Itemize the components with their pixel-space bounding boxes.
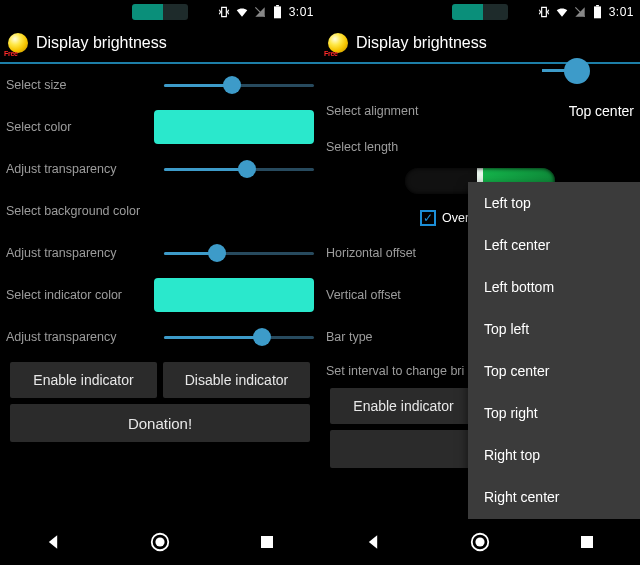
- label-length: Select length: [326, 140, 634, 155]
- row-alignment[interactable]: Select alignment Top center: [326, 90, 634, 132]
- label-trans2: Adjust transparency: [6, 246, 164, 261]
- battery-overlay-pill: [132, 4, 188, 20]
- enable-indicator-button[interactable]: Enable indicator: [330, 388, 477, 424]
- wifi-icon: [235, 5, 249, 19]
- indicator-swatch[interactable]: [154, 278, 314, 312]
- settings-body: Select size Select color Adjust transpar…: [0, 64, 320, 519]
- svg-point-10: [475, 537, 484, 546]
- slider-trans1[interactable]: [164, 158, 314, 180]
- back-icon[interactable]: [42, 531, 64, 553]
- app-icon: Free: [328, 33, 348, 53]
- slider-trans3[interactable]: [164, 326, 314, 348]
- svg-rect-8: [596, 5, 599, 6]
- svg-rect-1: [274, 6, 281, 18]
- row-indicator-color[interactable]: Select indicator color: [6, 274, 314, 316]
- free-tag: Free: [4, 50, 18, 57]
- vibrate-icon: [537, 5, 551, 19]
- screen-left: 3:01 Free Display brightness Select size…: [0, 0, 320, 565]
- donation-button[interactable]: Donation!: [10, 404, 310, 442]
- back-icon[interactable]: [362, 531, 384, 553]
- label-color: Select color: [6, 120, 154, 135]
- row-length: Select length: [326, 132, 634, 162]
- slider-trans2[interactable]: [164, 242, 314, 264]
- row-select-size: Select size: [6, 64, 314, 106]
- clock: 3:01: [289, 5, 314, 19]
- no-sim-icon: [253, 5, 267, 19]
- dropdown-option[interactable]: Right bottom: [468, 518, 640, 519]
- slider-size[interactable]: [164, 74, 314, 96]
- value-alignment: Top center: [569, 103, 634, 119]
- label-alignment: Select alignment: [326, 104, 569, 119]
- battery-icon: [271, 5, 285, 19]
- dropdown-option[interactable]: Top center: [468, 350, 640, 392]
- button-bar: Enable indicator Disable indicator: [6, 358, 314, 402]
- svg-rect-5: [261, 536, 273, 548]
- svg-rect-11: [581, 536, 593, 548]
- home-icon[interactable]: [149, 531, 171, 553]
- label-trans3: Adjust transparency: [6, 330, 164, 345]
- wifi-icon: [555, 5, 569, 19]
- app-icon: Free: [8, 33, 28, 53]
- battery-icon: [591, 5, 605, 19]
- label-size: Select size: [6, 78, 164, 93]
- row-select-color[interactable]: Select color: [6, 106, 314, 148]
- title-bar: Free Display brightness: [0, 24, 320, 64]
- status-bar: 3:01: [320, 0, 640, 24]
- svg-point-4: [155, 537, 164, 546]
- dropdown-option[interactable]: Left center: [468, 224, 640, 266]
- overlay-checkbox[interactable]: ✓: [420, 210, 436, 226]
- row-bg-color[interactable]: Select background color: [6, 190, 314, 232]
- dropdown-option[interactable]: Top right: [468, 392, 640, 434]
- label-trans1: Adjust transparency: [6, 162, 164, 177]
- dropdown-option[interactable]: Right top: [468, 434, 640, 476]
- alignment-dropdown: Left top Left center Left bottom Top lef…: [468, 182, 640, 519]
- color-swatch[interactable]: [154, 110, 314, 144]
- dropdown-option[interactable]: Left top: [468, 182, 640, 224]
- svg-rect-7: [594, 6, 601, 18]
- app-title: Display brightness: [36, 34, 167, 52]
- status-bar: 3:01: [0, 0, 320, 24]
- recent-icon[interactable]: [256, 531, 278, 553]
- title-bar: Free Display brightness: [320, 24, 640, 64]
- row-transparency-1: Adjust transparency: [6, 148, 314, 190]
- home-icon[interactable]: [469, 531, 491, 553]
- app-title: Display brightness: [356, 34, 487, 52]
- dropdown-option[interactable]: Right center: [468, 476, 640, 518]
- free-tag: Free: [324, 50, 338, 57]
- screen-right: 3:01 Free Display brightness Select alig…: [320, 0, 640, 565]
- dropdown-option[interactable]: Left bottom: [468, 266, 640, 308]
- settings-body: Select alignment Top center Select lengt…: [320, 64, 640, 519]
- disable-indicator-button[interactable]: Disable indicator: [163, 362, 310, 398]
- row-transparency-3: Adjust transparency: [6, 316, 314, 358]
- nav-bar: [320, 519, 640, 565]
- nav-bar: [0, 519, 320, 565]
- recent-icon[interactable]: [576, 531, 598, 553]
- clock: 3:01: [609, 5, 634, 19]
- row-transparency-2: Adjust transparency: [6, 232, 314, 274]
- label-bg: Select background color: [6, 204, 314, 219]
- vibrate-icon: [217, 5, 231, 19]
- battery-overlay-pill: [452, 4, 508, 20]
- no-sim-icon: [573, 5, 587, 19]
- label-ind: Select indicator color: [6, 288, 154, 303]
- dropdown-option[interactable]: Top left: [468, 308, 640, 350]
- enable-indicator-button[interactable]: Enable indicator: [10, 362, 157, 398]
- svg-rect-2: [276, 5, 279, 6]
